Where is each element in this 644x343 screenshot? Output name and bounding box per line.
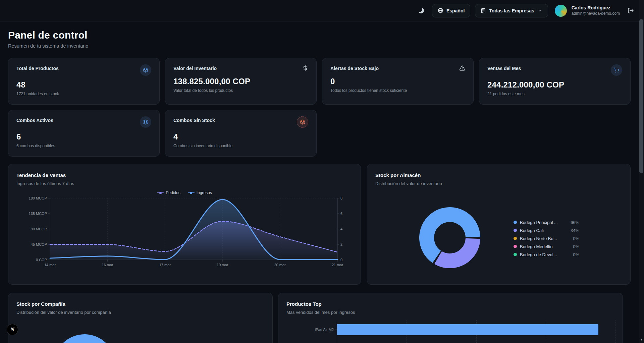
stats-row-1: Total de Productos 48 1721 unidades en s…	[8, 58, 631, 105]
legend-item: Pedidos	[157, 190, 180, 195]
donut-legend-item: Bodega Medellín0%	[514, 244, 579, 249]
stat-card-combos-activos: Combos Activos 6 6 combos disponibles	[8, 110, 160, 157]
package-icon	[140, 64, 151, 76]
nextjs-dev-badge[interactable]: N	[7, 324, 18, 335]
alert-triangle-icon	[459, 65, 465, 72]
sales-trend-chart: 0 COP45 MCOP90 MCOP135 MCOP180 MCOP02468…	[16, 195, 353, 271]
svg-text:16 mar: 16 mar	[102, 263, 113, 267]
stat-subtitle: Combos sin inventario disponible	[173, 144, 308, 148]
svg-text:45 MCOP: 45 MCOP	[31, 242, 47, 246]
warehouse-donut-chart	[413, 201, 487, 276]
chart-subtitle: Distribución del valor de inventario	[375, 181, 622, 186]
user-info: Carlos Rodríguez admin@nevada-demo.com	[572, 5, 620, 16]
stat-subtitle: 21 pedidos este mes	[487, 92, 622, 96]
line-chart-legend: PedidosIngresos	[16, 190, 353, 195]
stat-value: 244.212.000,00 COP	[487, 80, 622, 90]
bar-row: Monitor LG 27" QHD	[337, 339, 615, 343]
stat-title: Alertas de Stock Bajo	[330, 66, 379, 71]
stock-company-card: Stock por Compañía Distribución del valo…	[8, 293, 273, 343]
chevron-down-icon	[537, 8, 542, 13]
topbar: Español Todas las Empresas Carlos Rodríg…	[0, 0, 644, 21]
stat-value: 138.825.000,00 COP	[173, 77, 308, 86]
svg-text:21 mar: 21 mar	[332, 263, 343, 267]
company-label: Todas las Empresas	[489, 8, 534, 13]
dollar-icon	[302, 65, 308, 72]
user-name: Carlos Rodríguez	[572, 5, 620, 11]
theme-toggle-button[interactable]	[415, 5, 427, 17]
stat-subtitle: 6 combos disponibles	[16, 144, 151, 148]
stat-card-total-productos: Total de Productos 48 1721 unidades en s…	[8, 58, 160, 105]
stat-card-combos-sin-stock: Combos Sin Stock 4 Combos sin inventario…	[165, 110, 317, 157]
stat-value: 6	[16, 132, 151, 141]
stat-card-ventas-mes: Ventas del Mes 244.212.000,00 COP 21 ped…	[479, 58, 631, 105]
svg-text:180 MCOP: 180 MCOP	[29, 196, 47, 200]
stat-title: Valor del Inventario	[173, 66, 217, 71]
svg-text:4: 4	[340, 227, 342, 231]
sales-trend-card: Tendencia de Ventas Ingresos de los últi…	[8, 164, 361, 285]
svg-text:0: 0	[340, 258, 342, 262]
logout-icon	[628, 7, 634, 14]
cart-icon	[611, 64, 622, 76]
stats-row-2: Combos Activos 6 6 combos disponibles Co…	[8, 110, 631, 157]
dashboard-page: Panel de control Resumen de tu sistema d…	[0, 21, 644, 343]
stat-card-alertas-stock: Alertas de Stock Bajo 0 Todos los produc…	[322, 58, 474, 105]
svg-text:135 MCOP: 135 MCOP	[29, 212, 47, 216]
chart-subtitle: Distribución del valor de inventario por…	[16, 310, 264, 315]
svg-text:20 mar: 20 mar	[274, 263, 286, 267]
svg-text:6: 6	[340, 212, 342, 216]
building-icon	[481, 8, 486, 13]
package-x-icon	[297, 116, 308, 128]
chart-subtitle: Más vendidos del mes por ingresos	[286, 310, 614, 315]
chart-title: Productos Top	[286, 301, 614, 307]
svg-text:8: 8	[340, 196, 342, 200]
logout-button[interactable]	[625, 5, 637, 17]
svg-text:0 COP: 0 COP	[36, 258, 47, 262]
stat-title: Ventas del Mes	[487, 66, 521, 71]
stat-title: Total de Productos	[16, 66, 59, 71]
stat-card-valor-inventario: Valor del Inventario 138.825.000,00 COP …	[165, 58, 317, 105]
stock-warehouse-card: Stock por Almacén Distribución del valor…	[367, 164, 631, 285]
company-selector[interactable]: Todas las Empresas	[475, 4, 548, 17]
vertical-scrollbar[interactable]: ▼	[639, 0, 644, 343]
page-subtitle: Resumen de tu sistema de inventario	[8, 43, 631, 49]
stat-subtitle: Valor total de todos los productos	[173, 88, 308, 93]
top-products-card: Productos Top Más vendidos del mes por i…	[278, 293, 623, 343]
donut-legend-item: Bodega Cali34%	[514, 228, 579, 233]
stat-title: Combos Sin Stock	[173, 118, 215, 123]
bottom-row: Stock por Compañía Distribución del valo…	[8, 293, 631, 343]
globe-icon	[438, 8, 443, 13]
language-selector[interactable]: Español	[432, 4, 470, 17]
svg-text:19 mar: 19 mar	[217, 263, 228, 267]
svg-text:17 mar: 17 mar	[159, 263, 171, 267]
chart-title: Tendencia de Ventas	[16, 172, 353, 178]
avatar[interactable]	[555, 5, 567, 17]
scrollbar-thumb[interactable]	[639, 19, 643, 173]
page-title: Panel de control	[8, 30, 631, 41]
chart-subtitle: Ingresos de los últimos 7 días	[16, 181, 353, 186]
stat-value: 4	[173, 132, 308, 141]
gridline	[615, 320, 615, 343]
stat-value: 0	[330, 77, 465, 86]
chart-title: Stock por Compañía	[16, 301, 264, 307]
donut-legend-item: Bodega Principal ...66%	[514, 220, 579, 225]
stat-title: Combos Activos	[16, 118, 53, 123]
bar-row: iPad Air M2	[337, 320, 615, 339]
moon-icon	[418, 8, 424, 13]
legend-item: Ingresos	[188, 190, 212, 195]
donut-legend-item: Bodega Norte Bo...0%	[514, 236, 579, 241]
svg-text:90 MCOP: 90 MCOP	[31, 227, 47, 231]
warehouse-donut-legend: Bodega Principal ...66%Bodega Cali34%Bod…	[514, 220, 579, 257]
user-email: admin@nevada-demo.com	[572, 11, 620, 16]
donut-legend-item: Bodega de Devol...0%	[514, 252, 579, 257]
charts-row: Tendencia de Ventas Ingresos de los últi…	[8, 164, 631, 285]
layers-icon	[140, 116, 151, 128]
stat-value: 48	[16, 80, 151, 90]
stat-subtitle: Todos los productos tienen stock suficie…	[330, 88, 465, 93]
svg-text:14 mar: 14 mar	[44, 263, 56, 267]
svg-text:2: 2	[340, 242, 342, 246]
stat-subtitle: 1721 unidades en stock	[16, 92, 151, 96]
scroll-down-arrow[interactable]: ▼	[639, 337, 644, 342]
chart-title: Stock por Almacén	[375, 172, 622, 178]
top-products-bar-chart: iPad Air M2Monitor LG 27" QHD	[337, 320, 615, 343]
company-pie-chart	[54, 334, 115, 343]
